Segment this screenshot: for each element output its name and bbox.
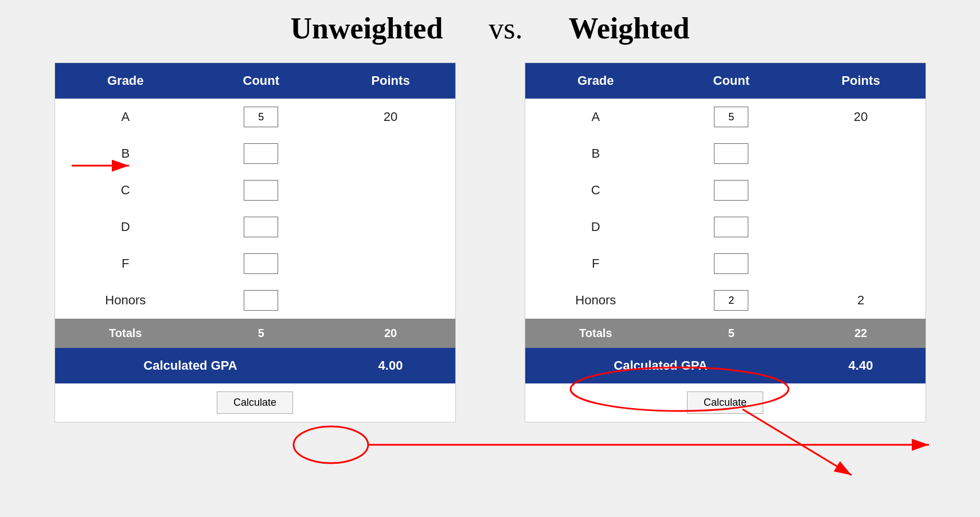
unweighted-header-grade: Grade <box>55 63 197 99</box>
unweighted-input-f[interactable] <box>244 253 278 274</box>
weighted-header-grade: Grade <box>525 63 667 99</box>
weighted-totals-points: 22 <box>797 319 926 348</box>
unweighted-points-d <box>326 209 455 245</box>
weighted-footer: Calculate <box>525 383 926 422</box>
weighted-row-b: B <box>525 135 926 172</box>
weighted-grade-a: A <box>525 99 667 135</box>
unweighted-footer: Calculate <box>55 383 455 422</box>
weighted-row-c: C <box>525 172 926 209</box>
weighted-header-count: Count <box>666 63 797 99</box>
unweighted-count-a <box>196 99 326 135</box>
unweighted-count-d <box>196 209 326 245</box>
weighted-points-b <box>797 135 926 172</box>
unweighted-input-a[interactable] <box>244 107 278 127</box>
weighted-grade-c: C <box>525 172 667 209</box>
weighted-input-honors[interactable] <box>714 290 748 311</box>
unweighted-row-f: F <box>55 245 455 282</box>
title-unweighted: Unweighted <box>291 11 443 45</box>
unweighted-grade-d: D <box>55 209 197 245</box>
weighted-gpa-label: Calculated GPA <box>525 348 797 383</box>
weighted-input-b[interactable] <box>714 143 748 164</box>
unweighted-points-b <box>326 135 455 172</box>
weighted-points-f <box>797 245 926 282</box>
weighted-row-honors: Honors 2 <box>525 282 926 319</box>
unweighted-totals-label: Totals <box>55 319 197 348</box>
unweighted-gpa-label: Calculated GPA <box>55 348 326 383</box>
svg-point-6 <box>294 426 368 463</box>
weighted-section: Grade Count Points A 20 <box>525 62 926 422</box>
unweighted-totals-count: 5 <box>196 319 326 348</box>
unweighted-points-a: 20 <box>326 99 455 135</box>
unweighted-section: Grade Count Points A 20 <box>54 62 456 422</box>
unweighted-row-d: D <box>55 209 455 245</box>
unweighted-points-c <box>326 172 455 209</box>
unweighted-grade-f: F <box>55 245 197 282</box>
weighted-input-f[interactable] <box>714 253 748 274</box>
weighted-points-a: 20 <box>797 99 926 135</box>
unweighted-count-b <box>196 135 326 172</box>
unweighted-totals-points: 20 <box>326 319 455 348</box>
unweighted-gpa-row: Calculated GPA 4.00 <box>55 348 455 383</box>
weighted-input-c[interactable] <box>714 180 748 201</box>
unweighted-grade-b: B <box>55 135 197 172</box>
title-weighted: Weighted <box>569 11 690 45</box>
weighted-row-d: D <box>525 209 926 245</box>
weighted-count-b <box>666 135 797 172</box>
unweighted-gpa-value: 4.00 <box>326 348 455 383</box>
weighted-table: Grade Count Points A 20 <box>525 63 926 383</box>
unweighted-grade-a: A <box>55 99 197 135</box>
weighted-count-honors <box>666 282 797 319</box>
weighted-row-f: F <box>525 245 926 282</box>
unweighted-row-b: B <box>55 135 455 172</box>
unweighted-table: Grade Count Points A 20 <box>55 63 455 383</box>
unweighted-calculator: Grade Count Points A 20 <box>54 62 456 422</box>
weighted-count-a <box>666 99 797 135</box>
unweighted-count-c <box>196 172 326 209</box>
title-vs: vs. <box>489 11 522 45</box>
unweighted-totals-row: Totals 5 20 <box>55 319 455 348</box>
weighted-row-a: A 20 <box>525 99 926 135</box>
weighted-grade-b: B <box>525 135 667 172</box>
calculators-container: Grade Count Points A 20 <box>0 62 980 422</box>
weighted-header-points: Points <box>797 63 926 99</box>
weighted-points-d <box>797 209 926 245</box>
unweighted-grade-c: C <box>55 172 197 209</box>
unweighted-header-points: Points <box>326 63 455 99</box>
unweighted-input-b[interactable] <box>244 143 278 164</box>
weighted-calculate-button[interactable]: Calculate <box>687 391 763 414</box>
weighted-points-honors: 2 <box>797 282 926 319</box>
unweighted-row-c: C <box>55 172 455 209</box>
page-title-bar: Unweighted vs. Weighted <box>0 11 980 45</box>
unweighted-header-count: Count <box>196 63 326 99</box>
unweighted-row-honors: Honors <box>55 282 455 319</box>
weighted-count-d <box>666 209 797 245</box>
unweighted-input-c[interactable] <box>244 180 278 201</box>
weighted-grade-honors: Honors <box>525 282 667 319</box>
weighted-points-c <box>797 172 926 209</box>
unweighted-row-a: A 20 <box>55 99 455 135</box>
unweighted-points-honors <box>326 282 455 319</box>
weighted-input-a[interactable] <box>714 107 748 127</box>
unweighted-count-honors <box>196 282 326 319</box>
weighted-input-d[interactable] <box>714 217 748 237</box>
weighted-calculator: Grade Count Points A 20 <box>525 62 926 422</box>
unweighted-grade-honors: Honors <box>55 282 197 319</box>
weighted-gpa-row: Calculated GPA 4.40 <box>525 348 926 383</box>
unweighted-input-d[interactable] <box>244 217 278 237</box>
weighted-totals-label: Totals <box>525 319 667 348</box>
weighted-count-c <box>666 172 797 209</box>
weighted-totals-row: Totals 5 22 <box>525 319 926 348</box>
weighted-gpa-value: 4.40 <box>797 348 926 383</box>
weighted-grade-f: F <box>525 245 667 282</box>
weighted-totals-count: 5 <box>666 319 797 348</box>
unweighted-count-f <box>196 245 326 282</box>
unweighted-calculate-button[interactable]: Calculate <box>217 391 293 414</box>
unweighted-points-f <box>326 245 455 282</box>
weighted-grade-d: D <box>525 209 667 245</box>
weighted-count-f <box>666 245 797 282</box>
unweighted-input-honors[interactable] <box>244 290 278 311</box>
